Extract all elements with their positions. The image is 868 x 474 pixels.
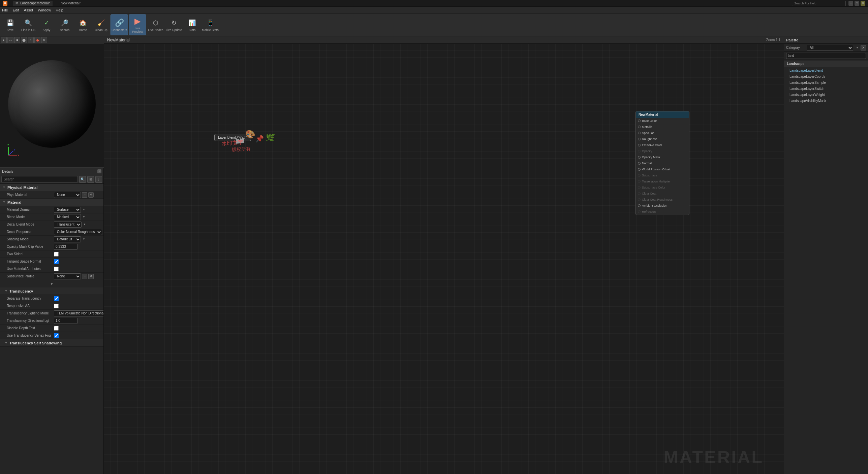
blend-mode-dropdown[interactable]: Masked <box>54 214 81 220</box>
details-grid-btn[interactable]: ⊞ <box>87 176 94 183</box>
pin-specular[interactable]: Specular <box>636 130 689 136</box>
material-node[interactable]: NewMaterial Base Color Metallic Specular… <box>636 111 689 215</box>
material-node-title: NewMaterial <box>639 113 658 116</box>
minimize-button[interactable]: ─ <box>848 1 853 6</box>
pin-refraction[interactable]: Refraction <box>636 209 689 215</box>
mobile-stats-button[interactable]: 📱 Mobile Stats <box>202 14 219 35</box>
phys-material-arrow-btn[interactable]: → <box>82 192 87 198</box>
palette-item-layer-weight[interactable]: LandscapeLayerWeight <box>784 92 868 98</box>
palette-item-layer-coords[interactable]: LandscapeLayerCoords <box>784 73 868 79</box>
pin-clear-coat-roughness[interactable]: Clear Coat Roughness <box>636 197 689 203</box>
live-preview-button[interactable]: ▶ Live Preview <box>129 14 146 35</box>
pin-subsurface[interactable]: Subsurface <box>636 172 689 178</box>
maximize-button[interactable]: □ <box>855 1 859 6</box>
menu-edit[interactable]: Edit <box>13 8 19 12</box>
self-shadowing-section-header[interactable]: Translucency Self Shadowing <box>0 339 103 347</box>
self-shadowing-title: Translucency Self Shadowing <box>9 341 62 345</box>
subsurface-profile-reset-btn[interactable]: ↺ <box>88 274 94 279</box>
preview-teapot-btn[interactable]: 🫖 <box>34 37 40 43</box>
palette-search-close-btn[interactable]: ✕ <box>861 45 866 50</box>
use-trans-vertex-fog-checkbox[interactable] <box>54 333 59 338</box>
details-search-input[interactable] <box>1 176 78 183</box>
tab-newmaterial[interactable]: NewMaterial* <box>58 1 83 6</box>
material-section-header[interactable]: Material <box>0 199 103 206</box>
two-sided-checkbox[interactable] <box>54 252 59 257</box>
pin-base-color[interactable]: Base Color <box>636 118 689 124</box>
apply-button[interactable]: ✓ Apply <box>38 14 55 35</box>
preview-cube-btn[interactable]: ■ <box>14 37 20 43</box>
pin-world-position-offset[interactable]: World Position Offset <box>636 166 689 172</box>
decal-blend-mode-dropdown[interactable]: Translucent <box>54 222 82 228</box>
palette-item-visibility-mask[interactable]: LandscapeVisibilityMask <box>784 98 868 104</box>
palette-item-layer-blend[interactable]: LandscapeLayerBlend <box>784 67 868 73</box>
stats-button[interactable]: 📊 Stats <box>183 14 201 35</box>
material-domain-dropdown[interactable]: Surface <box>54 207 81 213</box>
translucency-lighting-dropdown[interactable]: TLM Volumetric Non Directional <box>54 310 103 316</box>
cleanup-button[interactable]: 🧹 Clean Up <box>92 14 110 35</box>
disable-depth-test-checkbox[interactable] <box>54 326 59 331</box>
tangent-space-checkbox[interactable] <box>54 259 59 264</box>
menu-asset[interactable]: Asset <box>24 8 33 12</box>
global-search-input[interactable] <box>792 1 846 6</box>
subsurface-expand-btn[interactable]: ▼ <box>50 282 54 286</box>
palette-category-select[interactable]: All <box>807 45 853 51</box>
preview-plane-btn[interactable]: ▭ <box>7 37 13 43</box>
details-search-btn[interactable]: 🔍 <box>79 176 86 183</box>
save-button[interactable]: 💾 Save <box>1 14 19 35</box>
tab-landscape[interactable]: M_LandscapeMaterial* <box>13 1 53 6</box>
pin-clear-coat[interactable]: Clear Coat <box>636 191 689 197</box>
close-button[interactable]: ✕ <box>861 1 865 6</box>
separate-translucency-checkbox[interactable] <box>54 296 59 301</box>
search-label: Search <box>60 29 70 32</box>
svg-text:Y: Y <box>14 148 16 151</box>
phys-material-reset-btn[interactable]: ↺ <box>88 192 94 198</box>
live-update-button[interactable]: ↻ Live Update <box>165 14 183 35</box>
title-bar: U M_LandscapeMaterial* NewMaterial* ─ □ … <box>0 0 868 7</box>
pin-metallic[interactable]: Metallic <box>636 124 689 130</box>
pin-subsurface-color[interactable]: Subsurface Color <box>636 184 689 191</box>
use-material-attrs-checkbox[interactable] <box>54 267 59 271</box>
connectors-button[interactable]: 🔗 Connectors <box>111 14 128 35</box>
home-button[interactable]: 🏠 Home <box>74 14 92 35</box>
search-button[interactable]: 🔎 Search <box>56 14 73 35</box>
details-options-btn[interactable]: ⋮ <box>95 176 102 183</box>
pin-normal[interactable]: Normal <box>636 160 689 166</box>
decal-response-dropdown[interactable]: Color Normal Roughness <box>54 229 102 235</box>
live-nodes-button[interactable]: ⬡ Live Nodes <box>147 14 164 35</box>
pin-tessellation[interactable]: Tessellation Multiplier <box>636 178 689 184</box>
preview-torus-btn[interactable]: ○ <box>28 37 34 43</box>
shading-model-dropdown[interactable]: Default Lit <box>54 236 81 242</box>
opacity-clip-input[interactable] <box>54 244 78 250</box>
pin-opacity-mask[interactable]: Opacity Mask <box>636 154 689 160</box>
decal-blend-mode-value: Translucent ▼ <box>54 222 101 228</box>
palette-section-header-landscape[interactable]: Landscape <box>784 61 868 67</box>
preview-sphere-btn[interactable]: ● <box>1 37 7 43</box>
translucency-section-header[interactable]: Translucency <box>0 287 103 295</box>
responsive-aa-checkbox[interactable] <box>54 304 59 308</box>
pin-ambient-occlusion[interactable]: Ambient Occlusion <box>636 203 689 209</box>
phys-material-dropdown[interactable]: None <box>54 192 81 198</box>
menu-file[interactable]: File <box>2 8 8 12</box>
canvas-grid[interactable]: Layer Blend ▼ 🏔 🎨 📌 🌿 水印文字 版权所有 NewMater… <box>104 44 784 474</box>
trans-directional-lgt-input[interactable] <box>54 318 78 324</box>
pin-subsurface-label: Subsurface <box>642 174 657 177</box>
stats-label: Stats <box>189 29 196 32</box>
pin-roughness[interactable]: Roughness <box>636 136 689 142</box>
canvas-area[interactable]: NewMaterial Zoom 1:1 Layer Blend ▼ 🏔 🎨 📌… <box>104 36 784 474</box>
find-in-cb-button[interactable]: 🔍 Find in CB <box>20 14 37 35</box>
preview-cylinder-btn[interactable]: ⬤ <box>21 37 27 43</box>
pin-opacity[interactable]: Opacity <box>636 148 689 154</box>
subsurface-profile-arrow-btn[interactable]: → <box>82 274 87 279</box>
menu-window[interactable]: Window <box>38 8 51 12</box>
palette-item-layer-switch[interactable]: LandscapeLayerSwitch <box>784 86 868 92</box>
opacity-clip-value <box>54 244 101 250</box>
menu-help[interactable]: Help <box>56 8 63 12</box>
pin-emissive[interactable]: Emissive Color <box>636 142 689 148</box>
palette-search-input[interactable] <box>786 53 866 59</box>
details-close-btn[interactable]: ✕ <box>97 169 101 173</box>
subsurface-profile-dropdown[interactable]: None <box>54 273 81 279</box>
preview-settings-btn[interactable]: ⚙ <box>41 37 47 43</box>
physical-material-section-header[interactable]: Physical Material <box>0 184 103 191</box>
palette-item-layer-sample[interactable]: LandscapeLayerSample <box>784 79 868 86</box>
subsurface-expand-row[interactable]: ▼ <box>0 280 103 287</box>
